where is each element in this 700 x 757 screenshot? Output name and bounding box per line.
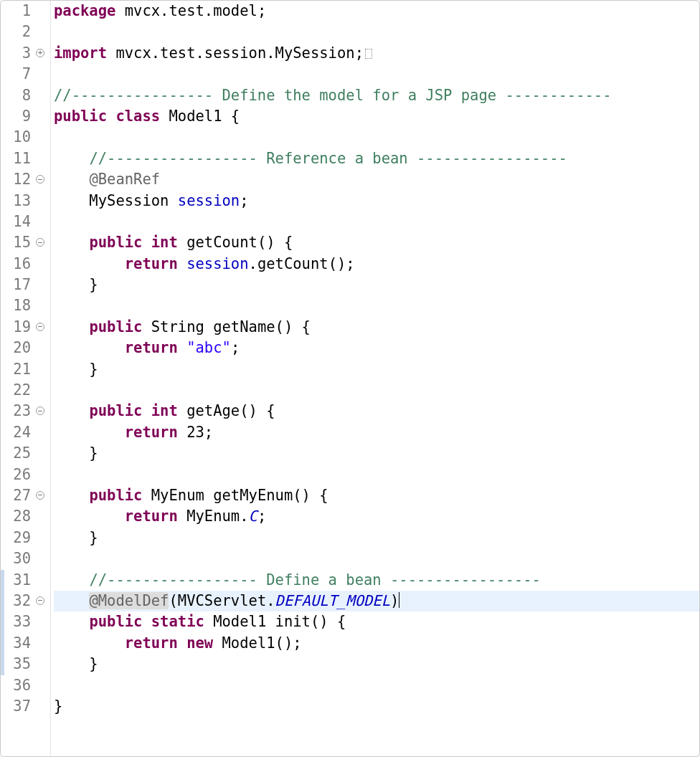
token-id [54, 634, 125, 652]
fold-cell [31, 675, 50, 696]
token-kw: return [125, 424, 186, 441]
change-marker [1, 654, 4, 675]
code-line[interactable] [54, 295, 699, 316]
fold-cell [31, 696, 50, 717]
token-id: } [54, 361, 98, 378]
token-id: Model1 init() { [213, 613, 346, 630]
token-id [54, 255, 125, 272]
change-marker [1, 633, 4, 654]
code-editor[interactable]: 1237891011121314151617181920212223242526… [0, 0, 700, 757]
token-id: getCount() { [186, 234, 293, 251]
code-line[interactable]: //---------------- Define the model for … [54, 85, 699, 106]
change-marker [1, 591, 4, 611]
code-line[interactable]: return MyEnum.C; [54, 506, 699, 527]
fold-collapse-icon[interactable]: − [36, 406, 44, 415]
code-line[interactable]: package mvcx.test.model; [54, 1, 699, 22]
fold-collapse-icon[interactable]: − [36, 323, 44, 331]
token-com: //---------------- Define the model for … [54, 87, 612, 104]
code-line[interactable]: } [54, 528, 699, 548]
code-line[interactable] [54, 380, 699, 401]
code-line[interactable]: } [54, 696, 699, 717]
line-number: 19 [1, 317, 31, 338]
token-field: session [178, 192, 240, 209]
line-number: 27 [1, 485, 31, 506]
code-line[interactable]: } [54, 275, 699, 295]
fold-expand-icon[interactable]: + [36, 49, 44, 57]
code-line[interactable]: @BeanRef [54, 169, 699, 190]
token-id [54, 487, 89, 504]
fold-cell [31, 506, 50, 527]
line-number: 12 [1, 169, 31, 190]
line-number: 26 [1, 465, 31, 485]
fold-cell [31, 22, 50, 42]
fold-cell: − [31, 169, 50, 190]
token-kw: return new [125, 634, 222, 652]
code-line[interactable]: //----------------- Define a bean ------… [54, 570, 699, 591]
change-marker [1, 612, 4, 633]
code-line[interactable]: public MyEnum getMyEnum() { [54, 485, 699, 506]
fold-cell [31, 548, 50, 569]
token-com: //----------------- Define a bean ------… [89, 571, 540, 589]
code-line[interactable]: import mvcx.test.session.MySession; [54, 43, 699, 64]
fold-cell [31, 338, 50, 358]
fold-cell: − [31, 591, 50, 611]
collapsed-import-marker[interactable] [365, 49, 372, 59]
token-id: } [54, 444, 98, 462]
code-line[interactable] [54, 465, 699, 485]
fold-cell [31, 380, 50, 401]
code-line[interactable] [54, 211, 699, 232]
token-id: String getName() { [151, 318, 311, 335]
token-id [54, 424, 125, 441]
fold-cell: − [31, 317, 50, 338]
fold-cell [31, 275, 50, 295]
line-number: 23 [1, 401, 31, 422]
line-number: 14 [1, 211, 31, 232]
code-line[interactable]: } [54, 654, 699, 675]
token-field: session [186, 255, 248, 272]
token-punct: ; [257, 508, 266, 525]
token-com: //----------------- Reference a bean ---… [89, 150, 567, 167]
code-text-area[interactable]: package mvcx.test.model;import mvcx.test… [51, 1, 699, 756]
code-line[interactable]: public String getName() { [54, 317, 699, 338]
line-number: 30 [1, 548, 31, 569]
fold-cell [31, 191, 50, 211]
code-line[interactable]: return new Model1(); [54, 633, 699, 654]
line-number: 25 [1, 443, 31, 464]
token-kw: package [54, 2, 125, 19]
code-line[interactable] [54, 22, 699, 42]
fold-collapse-icon[interactable]: − [36, 238, 44, 247]
fold-cell: − [31, 232, 50, 253]
code-line[interactable]: public static Model1 init() { [54, 611, 699, 632]
code-line[interactable]: //----------------- Reference a bean ---… [54, 148, 699, 169]
code-line[interactable]: return "abc"; [54, 338, 699, 358]
code-line[interactable]: } [54, 443, 699, 464]
code-line[interactable]: @ModelDef(MVCServlet.DEFAULT_MODEL) [54, 591, 699, 611]
code-line[interactable]: return 23; [54, 422, 699, 443]
token-id [54, 592, 89, 609]
code-line[interactable]: MySession session; [54, 191, 699, 211]
code-line[interactable] [54, 64, 699, 85]
code-line[interactable] [54, 548, 699, 569]
token-kw: return [125, 339, 186, 356]
line-number: 11 [1, 148, 31, 169]
code-line[interactable]: public class Model1 { [54, 106, 699, 127]
token-staticF: DEFAULT_MODEL [275, 592, 390, 609]
fold-cell: + [31, 43, 50, 64]
fold-cell [31, 611, 50, 632]
code-line[interactable]: public int getCount() { [54, 232, 699, 253]
line-number: 34 [1, 633, 31, 654]
code-line[interactable] [54, 675, 699, 696]
code-line[interactable] [54, 127, 699, 148]
fold-cell [31, 254, 50, 275]
fold-cell [31, 359, 50, 380]
token-id: } [54, 276, 98, 293]
code-line[interactable]: public int getAge() { [54, 401, 699, 422]
fold-collapse-icon[interactable]: − [36, 596, 44, 605]
fold-collapse-icon[interactable]: − [36, 491, 44, 500]
token-ann: @ModelDef [89, 592, 169, 609]
fold-cell [31, 633, 50, 654]
token-id: getAge() { [186, 402, 275, 419]
code-line[interactable]: } [54, 359, 699, 380]
fold-collapse-icon[interactable]: − [36, 175, 44, 184]
code-line[interactable]: return session.getCount(); [54, 254, 699, 275]
